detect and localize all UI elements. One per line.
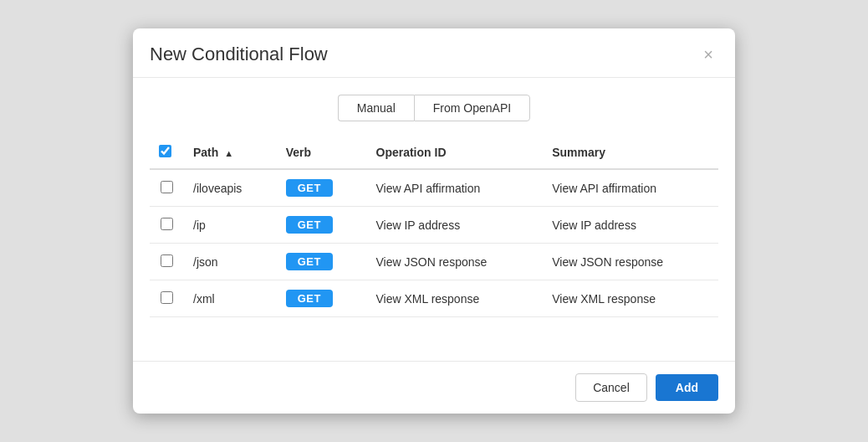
- row-verb: GET: [276, 244, 366, 280]
- row-summary: View JSON response: [542, 244, 718, 280]
- row-path: /xml: [183, 280, 276, 317]
- row-verb: GET: [276, 169, 366, 207]
- row-checkbox[interactable]: [161, 291, 173, 304]
- row-checkbox-cell[interactable]: [150, 244, 183, 280]
- column-operation-id: Operation ID: [366, 136, 543, 169]
- tab-group: Manual From OpenAPI: [150, 95, 718, 121]
- row-checkbox[interactable]: [161, 181, 173, 193]
- row-operation-id: View XML response: [366, 280, 543, 317]
- verb-badge: GET: [286, 216, 333, 234]
- verb-badge: GET: [286, 179, 333, 197]
- select-all-checkbox[interactable]: [159, 145, 171, 157]
- row-checkbox[interactable]: [161, 218, 173, 230]
- modal-header: New Conditional Flow ×: [133, 28, 735, 78]
- row-path: /json: [183, 244, 276, 280]
- tab-manual[interactable]: Manual: [338, 95, 414, 121]
- row-verb: GET: [276, 207, 366, 244]
- modal-footer: Cancel Add: [133, 361, 735, 414]
- modal-overlay: New Conditional Flow × Manual From OpenA…: [0, 0, 868, 442]
- modal-title: New Conditional Flow: [150, 44, 328, 65]
- table-row: /json GET View JSON response View JSON r…: [150, 244, 718, 280]
- column-path[interactable]: Path ▲: [183, 136, 276, 169]
- row-verb: GET: [276, 280, 366, 317]
- row-summary: View XML response: [542, 280, 718, 317]
- close-button[interactable]: ×: [698, 44, 718, 64]
- table-row: /iloveapis GET View API affirmation View…: [150, 169, 718, 207]
- tab-from-openapi[interactable]: From OpenAPI: [414, 95, 530, 121]
- table-body: /iloveapis GET View API affirmation View…: [150, 169, 718, 317]
- row-checkbox-cell[interactable]: [150, 169, 183, 207]
- row-operation-id: View API affirmation: [366, 169, 543, 207]
- table-row: /xml GET View XML response View XML resp…: [150, 280, 718, 317]
- row-operation-id: View JSON response: [366, 244, 543, 280]
- row-checkbox-cell[interactable]: [150, 207, 183, 244]
- header-checkbox-cell[interactable]: [150, 136, 183, 169]
- row-operation-id: View IP address: [366, 207, 543, 244]
- api-table: Path ▲ Verb Operation ID Summary: [150, 136, 718, 317]
- modal-dialog: New Conditional Flow × Manual From OpenA…: [133, 28, 735, 414]
- modal-body: Manual From OpenAPI Path ▲ V: [133, 78, 735, 352]
- row-summary: View API affirmation: [542, 169, 718, 207]
- row-summary: View IP address: [542, 207, 718, 244]
- row-checkbox-cell[interactable]: [150, 280, 183, 317]
- verb-badge: GET: [286, 290, 333, 307]
- table-row: /ip GET View IP address View IP address: [150, 207, 718, 244]
- column-verb: Verb: [276, 136, 366, 169]
- sort-arrow-path: ▲: [224, 148, 233, 158]
- add-button[interactable]: Add: [656, 374, 718, 401]
- row-path: /iloveapis: [183, 169, 276, 207]
- row-checkbox[interactable]: [161, 254, 173, 267]
- cancel-button[interactable]: Cancel: [575, 373, 647, 402]
- row-path: /ip: [183, 207, 276, 244]
- column-summary: Summary: [542, 136, 718, 169]
- verb-badge: GET: [286, 253, 333, 270]
- table-header-row: Path ▲ Verb Operation ID Summary: [150, 136, 718, 169]
